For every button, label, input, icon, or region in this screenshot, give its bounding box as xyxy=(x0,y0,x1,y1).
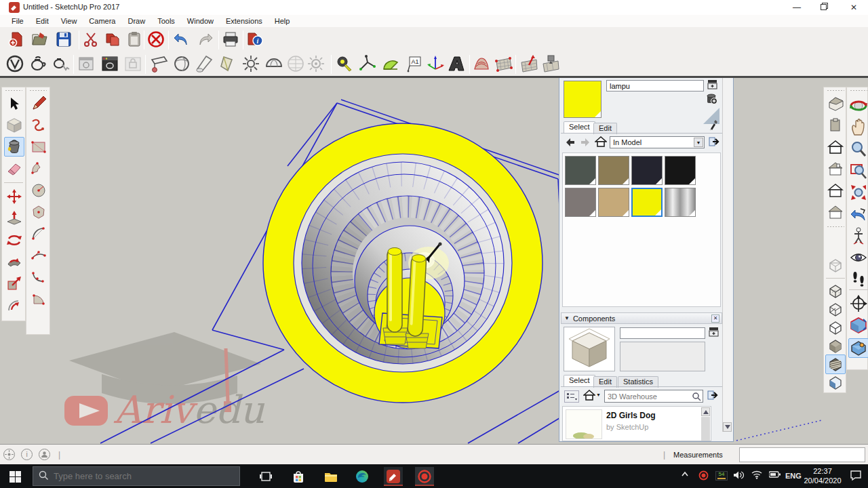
material-swatch-dark-green-gray[interactable] xyxy=(565,156,596,185)
infinite-plane-button[interactable] xyxy=(286,54,305,73)
components-home-icon[interactable] xyxy=(583,390,595,402)
component-name-input[interactable] xyxy=(620,327,705,339)
store-icon[interactable] xyxy=(289,467,308,486)
materials-tab-select[interactable]: Select xyxy=(564,121,595,133)
three-point-arc-tool[interactable] xyxy=(28,267,49,287)
from-contours-button[interactable] xyxy=(472,54,491,73)
component-description-box[interactable] xyxy=(620,342,705,371)
lamp-model[interactable] xyxy=(263,123,542,403)
ies-light-button[interactable] xyxy=(218,54,237,73)
task-view-button[interactable] xyxy=(256,467,275,486)
minimize-button[interactable]: — xyxy=(787,1,807,14)
tray-wifi-icon[interactable] xyxy=(751,470,762,481)
component-result-thumbnail[interactable] xyxy=(566,409,602,439)
push-pull-tool[interactable] xyxy=(4,208,24,228)
shaded-with-textures-style-button[interactable] xyxy=(825,354,846,374)
create-material-icon[interactable] xyxy=(706,93,718,106)
batch-render-button[interactable] xyxy=(100,54,119,73)
dimensions-button[interactable] xyxy=(358,54,377,73)
list-scrollbar-thumb[interactable] xyxy=(701,417,710,441)
warehouse-search-box[interactable] xyxy=(604,390,703,403)
view-options-icon[interactable] xyxy=(564,390,579,403)
menu-window[interactable]: Window xyxy=(181,16,220,26)
eraser-tool[interactable] xyxy=(4,159,24,178)
redo-button[interactable] xyxy=(195,30,214,49)
material-swatch-olive-brown[interactable] xyxy=(598,156,629,185)
zoom-tool[interactable] xyxy=(848,139,868,159)
offset-tool[interactable] xyxy=(4,295,24,314)
two-point-arc-tool[interactable] xyxy=(28,245,49,265)
material-swatch-metal[interactable] xyxy=(665,188,696,217)
new-button[interactable] xyxy=(7,30,26,49)
look-around-tool[interactable] xyxy=(848,247,868,267)
warehouse-search-icon[interactable] xyxy=(692,392,701,403)
left-view-button[interactable] xyxy=(825,202,846,222)
menu-view[interactable]: View xyxy=(55,16,83,26)
circle-tool[interactable] xyxy=(28,180,49,200)
components-header[interactable]: ▼ Components ✕ xyxy=(561,312,722,324)
pie-tool[interactable] xyxy=(28,289,49,308)
forward-arrow-icon[interactable] xyxy=(580,138,591,148)
vray-interactive-render-button[interactable] xyxy=(52,54,71,73)
dome-light-button[interactable] xyxy=(264,54,283,73)
text-button[interactable]: A1 xyxy=(404,54,423,73)
warehouse-search-input[interactable] xyxy=(605,390,690,402)
rectangle-tool[interactable] xyxy=(28,137,49,157)
rectangle-light-button[interactable] xyxy=(149,54,168,73)
menu-file[interactable]: File xyxy=(5,16,30,26)
position-camera-tool[interactable] xyxy=(848,226,868,245)
walk-tool[interactable] xyxy=(848,269,868,289)
sun-light-button[interactable] xyxy=(307,54,326,73)
protractor-button[interactable] xyxy=(381,54,400,73)
menu-draw[interactable]: Draw xyxy=(121,16,151,26)
select-tool[interactable] xyxy=(4,94,24,113)
iso-view-button[interactable] xyxy=(825,94,846,113)
measurements-input[interactable] xyxy=(739,447,865,462)
shaded-style-button[interactable] xyxy=(825,336,846,356)
tray-volume-icon[interactable] xyxy=(734,470,744,481)
close-button[interactable]: ✕ xyxy=(844,1,864,14)
in-model-home-icon[interactable] xyxy=(595,136,607,148)
monochrome-style-button[interactable] xyxy=(825,373,846,392)
list-scroll-up[interactable] xyxy=(701,407,710,416)
paste-button[interactable] xyxy=(125,30,144,49)
toolbar-overflow-button[interactable] xyxy=(547,54,556,73)
material-swatch-tan[interactable] xyxy=(598,188,629,217)
maximize-button[interactable] xyxy=(814,1,834,14)
section-compass-tool[interactable] xyxy=(848,293,868,313)
save-button[interactable] xyxy=(54,30,73,49)
credits-icon[interactable]: i xyxy=(21,449,33,460)
tray-record-icon[interactable] xyxy=(698,470,709,482)
rotate-tool[interactable] xyxy=(4,230,24,249)
spot-light-button[interactable] xyxy=(195,54,214,73)
rotated-rectangle-tool[interactable] xyxy=(28,159,49,178)
undo-button[interactable] xyxy=(172,30,191,49)
polygon-tool[interactable] xyxy=(28,202,49,222)
zoom-previous-tool[interactable] xyxy=(848,204,868,224)
vray-options-button[interactable] xyxy=(5,54,24,73)
menu-tools[interactable]: Tools xyxy=(151,16,181,26)
component-preview[interactable] xyxy=(564,327,615,371)
taskbar-search-input[interactable] xyxy=(54,471,223,481)
edge-icon[interactable] xyxy=(353,467,372,486)
home-dropdown-arrow[interactable]: ▼ xyxy=(596,392,601,397)
tray-power-icon[interactable] xyxy=(769,470,781,480)
copy-button[interactable] xyxy=(103,30,122,49)
section-plane-tool[interactable] xyxy=(848,315,868,335)
geolocation-icon[interactable] xyxy=(3,449,15,460)
material-preview-swatch[interactable] xyxy=(564,81,601,118)
file-explorer-icon[interactable] xyxy=(321,467,340,486)
menu-camera[interactable]: Camera xyxy=(83,16,121,26)
freehand-tool[interactable] xyxy=(28,115,49,135)
x-ray-style-button[interactable] xyxy=(825,256,846,275)
axes-button[interactable] xyxy=(426,54,445,73)
paint-bucket-tool[interactable] xyxy=(4,137,24,157)
component-result-title[interactable]: 2D Girls Dog xyxy=(606,411,656,420)
move-tool[interactable] xyxy=(4,186,24,206)
sphere-light-button[interactable] xyxy=(172,54,191,73)
components-details-arrow-icon[interactable] xyxy=(707,390,719,403)
material-name-input[interactable] xyxy=(606,80,704,92)
make-component-tool[interactable] xyxy=(4,115,24,135)
components-tab-select[interactable]: Select xyxy=(564,375,595,386)
tray-chevron-icon[interactable] xyxy=(681,470,689,480)
